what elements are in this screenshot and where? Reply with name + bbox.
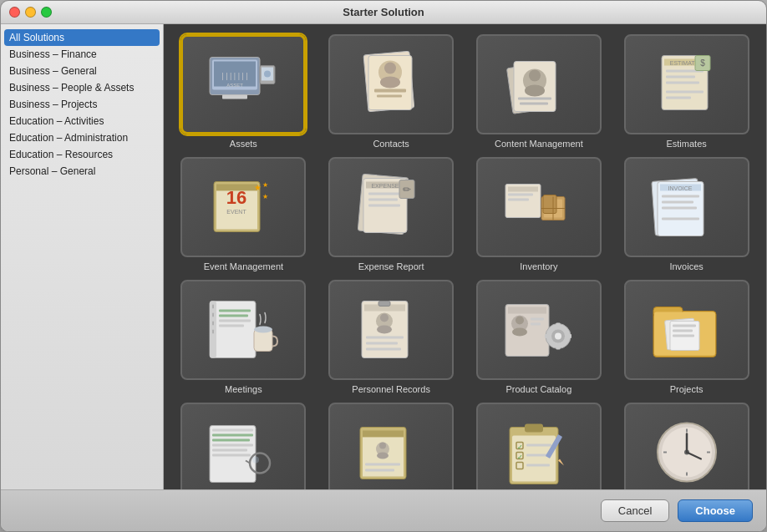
svg-rect-46 [368,199,398,201]
svg-rect-30 [666,97,691,99]
svg-text:ESTIMATE: ESTIMATE [669,60,698,66]
svg-rect-70 [212,313,214,317]
grid-area[interactable]: ||||||| ASSET Assets Contacts Content Ma… [164,24,766,489]
minimize-button[interactable] [25,7,36,18]
sidebar-item-all-solutions[interactable]: All Solutions [4,29,160,46]
svg-rect-21 [518,98,551,100]
svg-rect-76 [219,325,244,327]
svg-rect-22 [520,103,548,105]
grid-item-content-management[interactable]: Content Management [470,34,609,149]
svg-rect-63 [662,195,699,198]
svg-rect-87 [366,348,401,351]
svg-rect-84 [378,301,390,307]
icon-box-contacts [328,34,454,134]
svg-rect-114 [212,444,253,447]
grid-item-estimates[interactable]: ESTIMATE $ Estimates [617,34,756,149]
svg-rect-45 [368,193,402,195]
icon-box-tasks: ✓ ✓ [476,403,602,489]
svg-text:✓: ✓ [516,453,522,461]
icon-box-resource-scheduling [328,403,454,489]
svg-rect-130 [525,424,543,433]
svg-text:★: ★ [262,181,268,189]
sidebar-item-business-finance[interactable]: Business – Finance [1,46,163,63]
grid-item-projects[interactable]: Projects [617,280,756,394]
sidebar-item-business-projects[interactable]: Business – Projects [1,96,163,113]
svg-rect-52 [508,194,533,196]
svg-point-12 [384,63,396,74]
sidebar-item-personal-general[interactable]: Personal – General [1,163,163,180]
solutions-grid: ||||||| ASSET Assets Contacts Content Ma… [174,34,756,489]
sidebar-item-business-general[interactable]: Business – General [1,63,163,79]
svg-rect-109 [673,335,694,337]
grid-item-resource-scheduling[interactable]: Resource Scheduling [322,403,461,489]
icon-box-time-billing [624,403,749,489]
grid-item-research-notes[interactable]: Research Notes [174,403,313,489]
grid-item-personnel-records[interactable]: Personnel Records [322,280,461,394]
icon-box-assets: ||||||| ASSET [180,34,306,134]
item-label-estimates: Estimates [666,139,706,149]
window: Starter Solution All SolutionsBusiness –… [0,0,767,532]
svg-rect-56 [543,195,556,214]
svg-rect-75 [219,320,251,322]
icon-box-inventory [476,157,602,257]
svg-rect-72 [212,330,214,334]
item-label-content-management: Content Management [495,139,583,149]
svg-text:$: $ [700,58,705,68]
svg-rect-47 [368,205,400,207]
svg-rect-112 [212,434,253,437]
svg-rect-74 [219,315,248,317]
grid-item-contacts[interactable]: Contacts [322,34,461,149]
svg-point-78 [254,327,272,333]
grid-item-event-management[interactable]: 16 EVENT ★ ★ ★ Event Management [174,157,313,271]
svg-rect-111 [212,429,253,432]
svg-rect-71 [212,322,214,326]
grid-item-tasks[interactable]: ✓ ✓ Tasks [470,403,609,489]
sidebar-item-education-resources[interactable]: Education – Resources [1,146,163,163]
svg-rect-85 [366,337,404,339]
svg-text:16: 16 [226,187,246,208]
svg-rect-69 [212,305,214,309]
svg-text:EVENT: EVENT [227,209,247,215]
sidebar-item-education-activities[interactable]: Education – Activities [1,113,163,129]
svg-rect-115 [212,449,247,452]
maximize-button[interactable] [41,7,52,18]
grid-item-product-catalog[interactable]: Product Catalog [470,280,609,394]
svg-rect-51 [508,187,538,192]
grid-item-expense-report[interactable]: EXPENSE ✏ Expense Report [322,157,461,271]
svg-text:✏: ✏ [403,184,411,195]
svg-rect-107 [673,325,696,327]
sidebar: All SolutionsBusiness – FinanceBusiness … [1,24,164,489]
svg-point-82 [380,314,389,322]
svg-rect-94 [531,323,541,326]
icon-box-projects [624,280,749,380]
grid-item-inventory[interactable]: Inventory [470,157,609,271]
footer: Cancel Choose [1,489,766,531]
icon-box-product-catalog [476,280,602,380]
grid-item-meetings[interactable]: Meetings [174,280,313,394]
svg-rect-116 [212,454,251,457]
svg-rect-73 [219,310,251,312]
svg-text:ASSET: ASSET [227,83,244,88]
window-title: Starter Solution [343,6,424,18]
svg-point-8 [264,71,271,78]
sidebar-item-education-administration[interactable]: Education – Administration [1,129,163,146]
sidebar-item-business-people-assets[interactable]: Business – People & Assets [1,79,163,96]
choose-button[interactable]: Choose [678,499,753,522]
item-label-contacts: Contacts [373,139,409,149]
grid-item-time-billing[interactable]: Time Billing [617,403,756,489]
svg-rect-64 [662,201,693,204]
svg-rect-128 [365,469,394,472]
title-bar-buttons [9,7,52,18]
close-button[interactable] [9,7,20,18]
item-label-assets: Assets [230,139,257,149]
svg-rect-101 [567,334,571,338]
grid-item-invoices[interactable]: INVOICE Invoices [617,157,756,271]
cancel-button[interactable]: Cancel [601,499,669,522]
svg-rect-100 [545,334,549,338]
svg-rect-5 [222,95,247,99]
svg-rect-86 [366,342,398,345]
item-label-meetings: Meetings [225,384,262,394]
svg-rect-127 [365,464,400,466]
item-label-personnel-records: Personnel Records [352,384,430,394]
grid-item-assets[interactable]: ||||||| ASSET Assets [174,34,313,149]
